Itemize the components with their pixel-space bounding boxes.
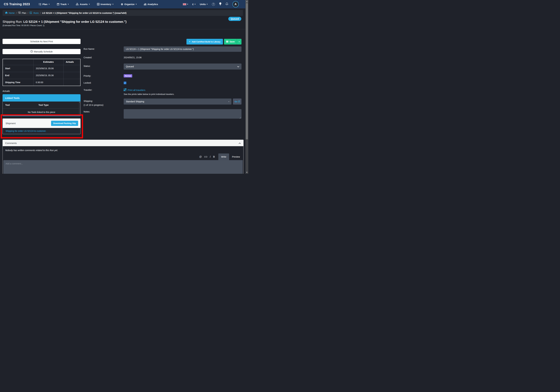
italic-icon[interactable]: I: [210, 155, 210, 158]
save-dropdown-toggle[interactable]: ▾: [237, 39, 241, 45]
right-column: + Add Certified Build to Library Save ▾ …: [84, 39, 241, 119]
scroll-up-icon[interactable]: ▲: [79, 102, 80, 103]
page-scrollbar[interactable]: ▲ ▼: [245, 0, 248, 174]
comments-title: Comments: [5, 142, 17, 144]
column-header-estimates: Estimates: [33, 59, 63, 65]
comments-empty-message: Nobody has written comments related to t…: [3, 149, 243, 152]
help-icon[interactable]: ?: [212, 3, 215, 6]
external-link-icon: [238, 100, 240, 103]
tab-preview[interactable]: Preview: [229, 153, 243, 160]
scrollbar-thumb[interactable]: [246, 3, 248, 139]
page-title: Shipping Run: LG 52124 + 1 (Shipment "Sh…: [2, 20, 246, 24]
column-header-tool-type: Tool Type: [38, 104, 80, 106]
chevron-down-icon: ▾: [49, 3, 50, 5]
top-navbar: CS Training 2023 Plan ▾ Track ▾ Assets ▾…: [0, 0, 248, 8]
lightbulb-icon[interactable]: [219, 2, 221, 6]
status-select[interactable]: Queued: [124, 64, 241, 69]
share-square-icon: [30, 11, 32, 14]
currency-selector[interactable]: £ ▾: [192, 3, 196, 6]
linked-tools-column-headers: Tool Tool Type: [3, 102, 80, 108]
manually-schedule-button[interactable]: Manually Schedule: [2, 49, 80, 54]
traveler-label: Traveler:: [84, 88, 124, 91]
run-name-input[interactable]: [124, 46, 241, 52]
notes-label: Notes:: [84, 109, 124, 113]
go-button[interactable]: Go: [233, 98, 241, 105]
add-certified-build-button[interactable]: + Add Certified Build to Library: [186, 39, 223, 45]
scroll-up-icon[interactable]: ▲: [245, 0, 248, 3]
main-nav: Plan ▾ Track ▾ Assets ▾ Inventory ▾ Orga…: [39, 3, 158, 6]
actuals-section-label: Actuals: [2, 90, 80, 92]
bold-icon[interactable]: B: [213, 155, 215, 158]
breadcrumb: Home / Plan / Runs / LG 52124 + 1 (Shipm…: [2, 10, 243, 16]
save-button[interactable]: Save ▾: [224, 39, 241, 45]
linked-tools-panel: Linked Tools Tool Tool Type No Tools lin…: [2, 94, 80, 116]
table-row: End 2025/06/19, 05:36: [3, 72, 80, 79]
collapse-chevron-icon[interactable]: [239, 142, 241, 144]
linked-tools-scrollbar[interactable]: ▲▼: [79, 102, 80, 116]
traveler-row: Traveler: Print all travelers See the pr…: [84, 88, 241, 95]
download-packing-slip-button[interactable]: Download Packing Slip: [51, 121, 78, 126]
language-selector[interactable]: ▾: [183, 3, 188, 5]
shipping-label: Shipping: (1 of 10 in progress): [84, 98, 124, 106]
run-name-row: Run Name:: [84, 46, 241, 52]
column-header-tool: Tool: [3, 104, 38, 106]
shipment-link[interactable]: Shipping for order LG 52124 to customer.: [6, 130, 46, 132]
comments-body: Nobody has written comments related to t…: [3, 146, 243, 174]
scroll-down-icon[interactable]: ▼: [245, 171, 248, 174]
bell-icon[interactable]: [226, 2, 228, 6]
breadcrumb-runs[interactable]: Runs: [30, 11, 39, 14]
qr-code-icon: [124, 88, 126, 92]
floppy-disk-icon: [226, 40, 228, 43]
table-row: Start 2025/06/19, 05:06: [3, 65, 80, 72]
status-row: Status: Queued: [84, 64, 241, 69]
comment-toolbar: @ I B Write Preview: [3, 153, 243, 160]
user-avatar[interactable]: A: [232, 1, 239, 8]
link-icon[interactable]: [204, 155, 207, 158]
linked-tools-body: Tool Tool Type No Tools linked to this p…: [3, 102, 80, 116]
breadcrumb-separator: /: [28, 12, 28, 14]
chevron-down-icon: ▾: [136, 3, 137, 5]
table-corner-cell: [3, 59, 33, 65]
units-selector[interactable]: Units ▾: [200, 3, 208, 6]
linked-tools-header: Linked Tools: [2, 94, 80, 102]
nav-item-assets[interactable]: Assets ▾: [76, 3, 90, 6]
scroll-down-icon[interactable]: ▼: [79, 114, 80, 116]
status-label: Status:: [84, 64, 124, 67]
priority-row: Priority: Normal: [84, 74, 241, 77]
nav-item-track[interactable]: Track ▾: [57, 3, 69, 6]
locked-checkbox[interactable]: ✓: [124, 82, 126, 84]
breadcrumb-plan[interactable]: Plan: [18, 11, 26, 14]
estimates-table: Estimates Actuals Start 2025/06/19, 05:0…: [2, 59, 80, 86]
breadcrumb-current: LG 52124 + 1 (Shipment "Shipping for ord…: [42, 12, 127, 14]
schedule-next-print-button[interactable]: Schedule As Next Print: [2, 39, 80, 44]
run-name-label: Run Name:: [84, 46, 124, 50]
chevron-down-icon: ▾: [195, 3, 196, 5]
nav-item-analytics[interactable]: Analytics: [144, 3, 158, 6]
table-row: Shipping Time 0:30:00: [3, 79, 80, 86]
nav-item-plan[interactable]: Plan ▾: [39, 3, 50, 6]
notes-textarea[interactable]: [124, 109, 241, 119]
nav-item-inventory[interactable]: Inventory ▾: [97, 3, 113, 6]
check-icon: ✓: [124, 82, 126, 84]
comment-input[interactable]: [3, 160, 243, 174]
breadcrumb-home[interactable]: Home: [5, 11, 15, 14]
run-actions: + Add Certified Build to Library Save ▾: [84, 39, 241, 45]
tab-write[interactable]: Write: [218, 153, 229, 160]
column-header-actuals: Actuals: [63, 59, 80, 65]
navbar-right-tools: ▾ £ ▾ Units ▾ ? A: [183, 1, 239, 8]
locked-label: Locked:: [84, 82, 124, 84]
print-all-travelers-link[interactable]: Print all travelers: [124, 88, 241, 92]
list-check-icon: [39, 3, 41, 5]
list-check-icon: [18, 11, 21, 14]
shipping-select[interactable]: Standard Shipping ▾: [124, 98, 231, 105]
shipment-header: Shipment Download Packing Slip: [3, 119, 80, 128]
clock-icon: [30, 50, 33, 53]
mention-icon[interactable]: @: [199, 155, 202, 158]
calendar-check-icon: [57, 3, 59, 5]
shipment-body: Shipping for order LG 52124 to customer.: [3, 128, 80, 134]
chevron-down-icon: ▾: [207, 3, 208, 5]
shipment-card: Shipment Download Packing Slip Shipping …: [2, 118, 80, 134]
chevron-down-icon: [237, 65, 239, 68]
priority-label: Priority:: [84, 74, 124, 77]
nav-item-organize[interactable]: Organize ▾: [121, 3, 137, 6]
